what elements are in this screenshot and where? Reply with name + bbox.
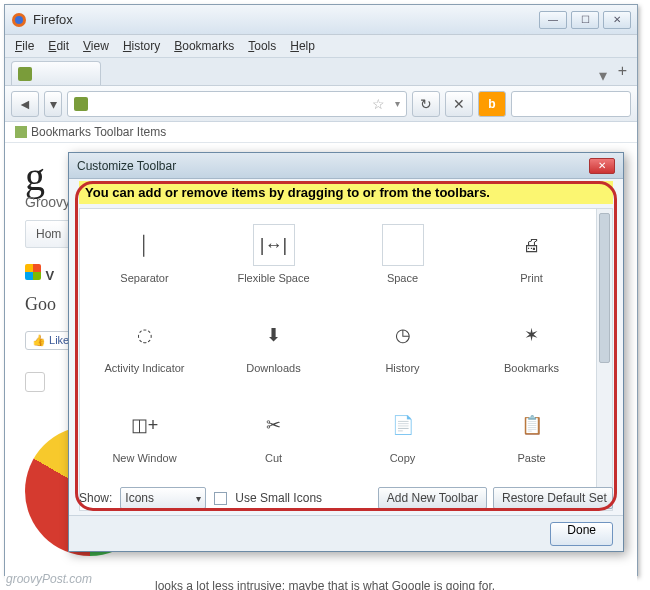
- palette-item-label: Print: [520, 272, 543, 284]
- menu-bookmarks[interactable]: Bookmarks: [174, 39, 234, 53]
- palette-item-copy[interactable]: 📄Copy: [338, 389, 467, 479]
- palette-item-label: Paste: [517, 452, 545, 464]
- paste-icon: 📋: [511, 404, 553, 446]
- customize-toolbar-dialog: Customize Toolbar ✕ You can add or remov…: [68, 152, 624, 552]
- small-icons-label[interactable]: Use Small Icons: [235, 491, 322, 505]
- palette-item-space[interactable]: Space: [338, 209, 467, 299]
- windows-logo-icon: [25, 264, 41, 280]
- palette-item-cut[interactable]: ✂Cut: [209, 389, 338, 479]
- minimize-button[interactable]: —: [539, 11, 567, 29]
- palette-item-downloads[interactable]: ⬇Downloads: [209, 299, 338, 389]
- category-label: V: [45, 268, 54, 283]
- menu-bar: File Edit View History Bookmarks Tools H…: [5, 35, 637, 58]
- menu-view[interactable]: View: [83, 39, 109, 53]
- svg-point-1: [15, 16, 23, 24]
- palette-item-label: Copy: [390, 452, 416, 464]
- menu-tools[interactable]: Tools: [248, 39, 276, 53]
- palette-item-label: History: [385, 362, 419, 374]
- show-select[interactable]: Icons ▾: [120, 487, 206, 509]
- scrollbar-thumb[interactable]: [599, 213, 610, 363]
- bookmarks-toolbar-label[interactable]: Bookmarks Toolbar Items: [31, 125, 166, 139]
- bookmarks-icon: ✶: [511, 314, 553, 356]
- menu-help[interactable]: Help: [290, 39, 315, 53]
- tabstrip-dropdown-icon[interactable]: ▾: [599, 66, 607, 85]
- space-icon: [382, 224, 424, 266]
- palette-item-label: Flexible Space: [237, 272, 309, 284]
- url-dropdown-icon[interactable]: ▾: [395, 98, 400, 109]
- activity-indicator-icon: ◌: [124, 314, 166, 356]
- palette-item-print[interactable]: 🖨Print: [467, 209, 596, 299]
- site-favicon: [74, 97, 88, 111]
- palette-item-label: New Window: [112, 452, 176, 464]
- palette-item-activity-indicator[interactable]: ◌Activity Indicator: [80, 299, 209, 389]
- firefox-icon: [11, 12, 27, 28]
- palette-item-label: Downloads: [246, 362, 300, 374]
- window-titlebar: Firefox — ☐ ✕: [5, 5, 637, 35]
- article-body-line: looks a lot less intrusive; maybe that i…: [155, 579, 495, 590]
- restore-default-button[interactable]: Restore Default Set: [493, 487, 613, 509]
- url-bar[interactable]: ☆ ▾: [67, 91, 407, 117]
- print-icon: 🖨: [511, 224, 553, 266]
- bookmarks-toolbar: Bookmarks Toolbar Items: [5, 122, 637, 143]
- dialog-title: Customize Toolbar: [77, 159, 176, 173]
- navigation-toolbar: ◄ ▾ ☆ ▾ ↻ ✕ b: [5, 86, 637, 122]
- bookmark-star-icon[interactable]: ☆: [372, 96, 385, 112]
- new-window-icon: ◫+: [124, 404, 166, 446]
- palette-scrollbar[interactable]: [597, 208, 613, 511]
- watermark: groovyPost.com: [6, 572, 92, 586]
- menu-history[interactable]: History: [123, 39, 160, 53]
- palette-item-history[interactable]: ◷History: [338, 299, 467, 389]
- palette-item-separator[interactable]: │Separator: [80, 209, 209, 299]
- reddit-icon[interactable]: [25, 372, 45, 392]
- palette-item-paste[interactable]: 📋Paste: [467, 389, 596, 479]
- done-button[interactable]: Done: [550, 522, 613, 546]
- stop-button[interactable]: ✕: [445, 91, 473, 117]
- menu-file[interactable]: File: [15, 39, 34, 53]
- maximize-button[interactable]: ☐: [571, 11, 599, 29]
- downloads-icon: ⬇: [253, 314, 295, 356]
- palette-item-flexible-space[interactable]: |↔|Flexible Space: [209, 209, 338, 299]
- dialog-instruction: You can add or remove items by dragging …: [79, 181, 613, 204]
- browser-tab[interactable]: [11, 61, 101, 85]
- reload-button[interactable]: ↻: [412, 91, 440, 117]
- tab-favicon: [18, 67, 32, 81]
- palette-item-new-window[interactable]: ◫+New Window: [80, 389, 209, 479]
- dialog-close-button[interactable]: ✕: [589, 158, 615, 174]
- bookmark-item-icon: [15, 126, 27, 138]
- toolbar-items-palette: │Separator|↔|Flexible Space Space🖨Print◌…: [79, 208, 597, 511]
- cut-icon: ✂: [253, 404, 295, 446]
- palette-item-label: Separator: [120, 272, 168, 284]
- dialog-titlebar: Customize Toolbar ✕: [69, 153, 623, 179]
- palette-item-label: Space: [387, 272, 418, 284]
- palette-item-label: Cut: [265, 452, 282, 464]
- history-icon: ◷: [382, 314, 424, 356]
- menu-edit[interactable]: Edit: [48, 39, 69, 53]
- palette-item-label: Activity Indicator: [104, 362, 184, 374]
- palette-item-label: Bookmarks: [504, 362, 559, 374]
- site-logo: g: [25, 154, 45, 199]
- tab-strip: + ▾: [5, 58, 637, 86]
- search-engine-icon[interactable]: b: [478, 91, 506, 117]
- search-box[interactable]: [511, 91, 631, 117]
- close-window-button[interactable]: ✕: [603, 11, 631, 29]
- flexible-space-icon: |↔|: [253, 224, 295, 266]
- add-new-toolbar-button[interactable]: Add New Toolbar: [378, 487, 487, 509]
- small-icons-checkbox[interactable]: [214, 492, 227, 505]
- new-tab-button[interactable]: +: [618, 62, 627, 80]
- home-tab[interactable]: Hom: [25, 220, 72, 248]
- copy-icon: 📄: [382, 404, 424, 446]
- separator-icon: │: [124, 224, 166, 266]
- back-history-dropdown[interactable]: ▾: [44, 91, 62, 117]
- back-button[interactable]: ◄: [11, 91, 39, 117]
- show-label: Show:: [79, 491, 112, 505]
- window-title: Firefox: [33, 12, 73, 27]
- palette-item-bookmarks[interactable]: ✶Bookmarks: [467, 299, 596, 389]
- show-select-value: Icons: [125, 491, 154, 505]
- chevron-down-icon: ▾: [196, 493, 201, 504]
